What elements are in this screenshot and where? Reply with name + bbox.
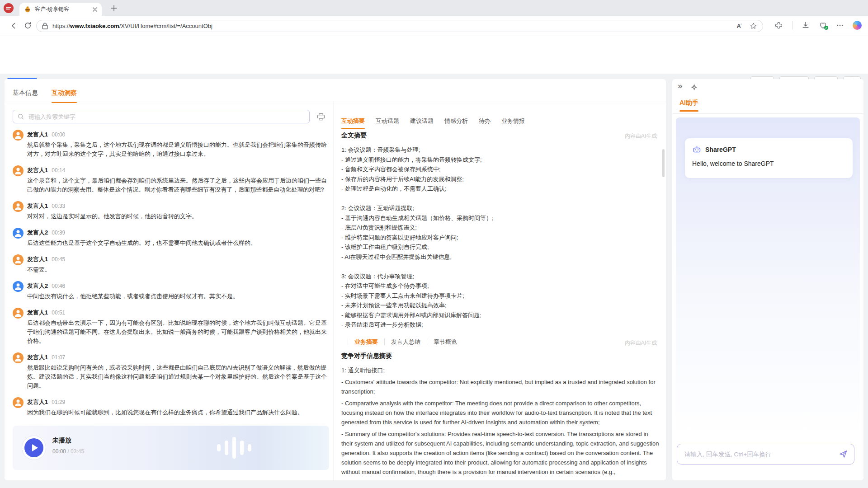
transcript-list: 发言人1 00:00 然后就整个采集，采集之后，这个地方我们现在调的都是通义听悟… [13, 130, 329, 424]
speaker-name: 发言人1 [27, 309, 48, 317]
business-summary-tab[interactable]: 章节概览 [427, 338, 457, 345]
insight-tab[interactable]: 互动话题 [376, 117, 399, 125]
print-icon[interactable] [316, 112, 326, 121]
detail-tab[interactable]: 基本信息 [13, 89, 38, 97]
detail-tabs: 基本信息互动洞察 [13, 89, 77, 97]
audio-player[interactable]: 未播放 00:00 / 03:45 [13, 426, 329, 470]
competitor-summary-content: 1: 通义听悟接口;- Customers' attitude towards … [341, 366, 660, 479]
browser-tab-bar: 客户-纷享销客 [0, 0, 868, 16]
summary-line: - AI在聊天过程中会匹配并提炼出关键信息; [341, 252, 660, 262]
speaker-avatar [13, 397, 24, 408]
welcome-message: Hello, welcome to ShareGPT [692, 160, 845, 167]
transcript-entry: 发言人2 00:39 后边这些能力也是基于这个文字自动生成的。对，也不需要中间他… [13, 228, 329, 248]
business-summary-tabs: 业务摘要发言人总结章节概览 [341, 338, 457, 345]
extensions-icon[interactable] [774, 21, 783, 30]
summary-line: - 音频和文字内容都会被保存到系统中; [341, 164, 660, 174]
speaker-avatar [13, 308, 24, 319]
transcript-entry: 发言人1 01:07 然后跟比如说采购时间有关的，或者说采购时间，这些都是由咱们… [13, 352, 329, 390]
player-time: 00:00 / 03:45 [52, 448, 84, 455]
browser-tab[interactable]: 客户-纷享销客 [19, 3, 102, 16]
assistant-input-box[interactable] [677, 444, 854, 465]
utterance-text: 不需要。 [27, 265, 328, 274]
transcript-search[interactable] [13, 110, 310, 123]
tab-ai-assistant[interactable]: AI助手 [679, 99, 698, 107]
waveform-icon [217, 437, 251, 459]
download-icon[interactable] [802, 21, 810, 29]
tab-title: 客户-纷享销客 [35, 5, 93, 13]
assistant-input[interactable] [684, 450, 839, 458]
summary-line: - 未来计划预设一些常用功能以提高效率; [341, 300, 660, 310]
back-icon[interactable] [9, 21, 18, 30]
speaker-avatar [13, 352, 24, 363]
favorite-star-icon[interactable] [750, 22, 757, 30]
speaker-avatar [13, 130, 24, 141]
search-icon [18, 113, 24, 120]
summary-line: - 维护特定问题的答案以更好地应对客户询问; [341, 233, 660, 243]
summary-line: - 该维护工作由租户级别自行完成; [341, 242, 660, 252]
assistant-message-card: ShareGPT Hello, welcome to ShareGPT [685, 138, 853, 178]
summary-line: - 录音结束后可进一步分析数据; [341, 320, 660, 330]
assistant-panel: » AI助手 ShareGPT Hello, welcome to ShareG… [672, 79, 863, 480]
url-bar[interactable]: https://www.fxiaoke.com/XV/UI/Home#crm/l… [36, 20, 763, 32]
competitor-paragraph: 1: 通义听悟接口; [341, 366, 660, 375]
collapse-panel-icon[interactable]: » [678, 81, 683, 91]
speaker-avatar [13, 254, 24, 265]
utterance-text: 中间也没有说什么，他拒绝某些功能，或者或者点击使用的时候才有。其实不是。 [27, 292, 328, 301]
utterance-time: 00:51 [52, 310, 65, 316]
insight-tab[interactable]: 建议话题 [410, 117, 434, 125]
insight-tab[interactable]: 互动摘要 [341, 117, 365, 125]
sparkle-icon[interactable] [690, 84, 698, 91]
business-summary-tab[interactable]: 业务摘要 [348, 338, 378, 345]
transcript-entry: 发言人1 00:33 对对对，这边是实时显示的。他发言的时候，他的语音转的文字。 [13, 201, 329, 221]
summary-line: - 能够根据客户需求调用外部AI或内部知识库解答问题; [341, 310, 660, 320]
summary-line: 1: 会议议题：音频采集与处理; [341, 145, 660, 155]
utterance-time: 00:00 [52, 131, 65, 138]
competitor-paragraph: - Customers' attitude towards the compet… [341, 377, 660, 396]
insight-tab[interactable]: 情感分析 [444, 117, 468, 125]
scrollbar-thumb[interactable] [662, 149, 665, 177]
ssl-lock-icon[interactable] [42, 23, 48, 29]
more-options-icon[interactable] [836, 22, 844, 29]
speaker-avatar [13, 201, 24, 212]
browser-toolbar: https://www.fxiaoke.com/XV/UI/Home#crm/l… [0, 16, 868, 36]
play-button[interactable] [22, 436, 46, 460]
transcript-entry: 发言人1 00:45 不需要。 [13, 254, 329, 274]
speaker-avatar [13, 281, 24, 292]
utterance-time: 00:33 [52, 203, 65, 209]
business-summary-tab[interactable]: 发言人总结 [384, 338, 420, 345]
utterance-time: 01:07 [52, 354, 65, 361]
toolbar-divider [792, 21, 793, 29]
utterance-time: 00:45 [52, 256, 65, 263]
read-aloud-icon[interactable]: Aᵎ [736, 23, 741, 29]
speaker-name: 发言人1 [27, 255, 48, 263]
tab-close-icon[interactable] [93, 7, 97, 12]
insight-tab[interactable]: 业务情报 [501, 117, 525, 125]
insight-tab[interactable]: 待办 [479, 117, 491, 125]
copilot-icon[interactable] [853, 21, 862, 30]
utterance-text: 因为我们在聊的时候可能就聊到，比如说您现在有什么样的业务痛点，你希望通过我们产品… [27, 408, 328, 417]
summary-line: - 保存后的内容将用于后续AI能力的发展和洞察; [341, 174, 660, 184]
detail-tab[interactable]: 互动洞察 [52, 89, 77, 97]
app-logo-icon[interactable] [4, 3, 14, 13]
utterance-text: 然后跟比如说采购时间有关的，或者说采购时间，这些都是由咱们自己底层的AI去识别了… [27, 363, 328, 390]
ai-generated-note: 内容由AI生成 [625, 132, 657, 140]
reload-icon[interactable] [24, 21, 33, 30]
play-icon [32, 444, 38, 451]
utterance-time: 00:14 [52, 167, 65, 174]
tabs-divider [5, 102, 666, 102]
utterance-time: 01:29 [52, 399, 65, 405]
full-summary-content: 1: 会议议题：音频采集与处理;- 通过通义听悟接口的能力，将采集的音频转换成文… [341, 145, 660, 330]
summary-line: 2: 会议议题：互动话题提取; [341, 203, 660, 213]
bot-name: ShareGPT [705, 146, 736, 153]
search-input[interactable] [28, 113, 305, 121]
summary-line [341, 262, 660, 272]
summary-line: - 在对话中可能生成多个待办事项; [341, 281, 660, 291]
send-icon[interactable] [839, 450, 848, 459]
competitor-summary-title: 竞争对手信息摘要 [341, 352, 392, 360]
speaker-name: 发言人2 [27, 229, 48, 237]
speaker-avatar [13, 165, 24, 176]
transcript-entry: 发言人1 00:00 然后就整个采集，采集之后，这个地方我们现在调的都是通义听悟… [13, 130, 329, 159]
browser-essentials-icon[interactable] [819, 21, 827, 29]
new-tab-button[interactable] [110, 4, 118, 12]
record-detail-card: 基本信息互动洞察 发言人1 00:00 然后就整个采集，采集之后，这个地方我们现… [5, 79, 666, 480]
